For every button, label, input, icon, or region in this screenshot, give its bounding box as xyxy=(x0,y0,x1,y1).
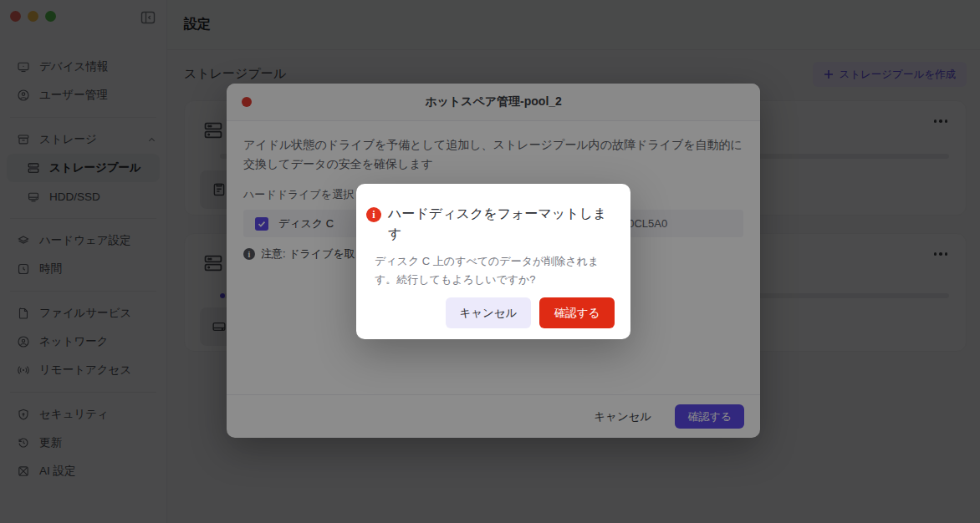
dialog-header: i ハードディスクをフォーマットします xyxy=(375,204,612,244)
format-confirm-dialog: i ハードディスクをフォーマットします ディスク C 上のすべてのデータが削除さ… xyxy=(356,184,630,339)
dialog-cancel-button[interactable]: キャンセル xyxy=(446,297,531,328)
danger-info-icon: i xyxy=(366,207,381,222)
app-window: デバイス情報ユーザー管理ストレージストレージプールHDD/SSDハードウェア設定… xyxy=(0,0,980,523)
dialog-confirm-button[interactable]: 確認する xyxy=(539,297,615,328)
dialog-title: ハードディスクをフォーマットします xyxy=(388,206,606,241)
dialog-buttons: キャンセル 確認する xyxy=(446,297,615,328)
dialog-message: ディスク C 上のすべてのデータが削除されます。続行してもよろしいですか? xyxy=(375,252,612,289)
